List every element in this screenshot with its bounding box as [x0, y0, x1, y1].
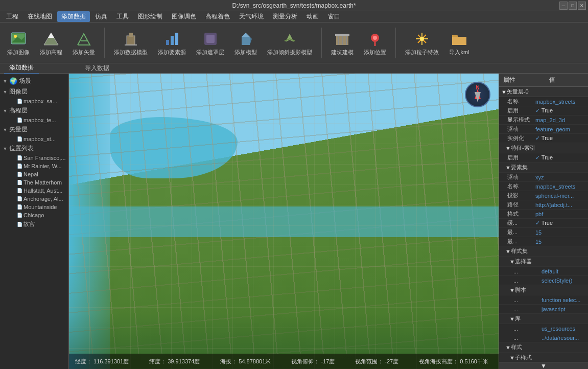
sub-section-label: 特征-索引 [511, 144, 535, 152]
tool-4[interactable]: 添加要素源 [155, 28, 189, 58]
prop-row-3: 驱动feature_geom [499, 125, 588, 134]
svg-point-24 [373, 36, 377, 40]
tree-section-2[interactable]: ▼矢量层 [0, 124, 68, 135]
prop-value: default [542, 268, 586, 274]
sub-prop-row-1-6: 最...15 [499, 228, 588, 237]
menu-item-窗口[interactable]: 窗口 [324, 11, 344, 22]
prop-value: pbf [535, 211, 586, 217]
menu-item-动画[interactable]: 动画 [302, 11, 323, 22]
menu-item-工具[interactable]: 工具 [112, 11, 133, 22]
tree-item-2-0[interactable]: 📄mapbox_st... [0, 135, 68, 143]
sub-section-label: 要素集 [511, 164, 528, 171]
menu-item-图像调色[interactable]: 图像调色 [168, 11, 200, 22]
3d-viewport[interactable]: N 经度： 116.391301度 纬度： 39.913374度 海拔： 54.… [69, 74, 499, 369]
prop-main-section[interactable]: ▼ 矢量层-0 [499, 87, 588, 97]
prop-subsubsection-header-2-1[interactable]: ▼ 脚本 [499, 285, 588, 295]
svg-marker-17 [250, 37, 252, 45]
menu-item-在线地图[interactable]: 在线地图 [23, 11, 56, 22]
tree-item-3-5[interactable]: 📄Anchorage, Al... [0, 195, 68, 203]
tree-item-3-7[interactable]: 📄Chicago [0, 211, 68, 219]
tree-item-label: Anchorage, Al... [23, 196, 63, 202]
tree-section-3[interactable]: ▼位置列表 [0, 143, 68, 154]
sub-prop-row-1-1: 名称mapbox_streets [499, 182, 588, 191]
tool-8[interactable]: 建坑建模 [328, 28, 357, 58]
prop-subsection-header-1[interactable]: ▼ 要素集 [499, 163, 588, 173]
prop-subsection-header-3[interactable]: ▼ 样式 [499, 342, 588, 353]
menu-item-天气环境[interactable]: 天气环境 [235, 11, 268, 22]
tool-2[interactable]: 添加矢量 [69, 28, 98, 58]
subsub-expand-icon: ▼ [509, 316, 515, 322]
sub-prop-row-1-0: 驱动xyz [499, 173, 588, 182]
prop-subsubsection-header-3-0[interactable]: ▼ 子样式 [499, 353, 588, 362]
tree-expand-icon: ▼ [2, 146, 8, 152]
tool-7[interactable]: 添加倾斜摄影模型 [264, 28, 315, 58]
svg-rect-15 [242, 37, 250, 45]
tree-item-3-4[interactable]: 📄Hallstatt, Aust... [0, 187, 68, 195]
scene-tree-panel: ▼ 🌍 场景 ▼图像层📄mapbox_sa...▼高程层📄mapbox_te..… [0, 74, 69, 369]
prop-value: us_resources [542, 326, 586, 332]
tree-section-label: 高程层 [9, 106, 28, 115]
compass[interactable]: N [465, 82, 490, 107]
prop-value: ../data/resour... [542, 335, 586, 341]
subsub-section-label: 脚本 [515, 286, 526, 294]
tool-0[interactable]: 添加图像 [4, 28, 33, 58]
subsub-section-label: 选择器 [515, 258, 532, 265]
file-icon: 📄 [16, 136, 22, 142]
scroll-down-button[interactable]: ▼ [499, 362, 588, 369]
subsub-expand-icon: ▼ [509, 259, 515, 265]
tree-item-3-8[interactable]: 📄故宫 [0, 219, 68, 229]
prop-row-2: 显示模式map_2d_3d [499, 116, 588, 125]
menu-item-添加数据[interactable]: 添加数据 [57, 11, 90, 22]
tool-11[interactable]: 导入kml [446, 28, 473, 58]
menu-item-图形绘制[interactable]: 图形绘制 [134, 11, 167, 22]
tree-section-0[interactable]: ▼图像层 [0, 86, 68, 97]
subsub-expand-icon: ▼ [509, 287, 515, 293]
tool-1[interactable]: 添加高程 [37, 28, 65, 58]
subsub-expand-icon: ▼ [509, 355, 515, 361]
scene-root[interactable]: ▼ 🌍 场景 [0, 76, 68, 86]
tool-label-9: 添加位置 [364, 49, 386, 56]
prop-section-label: 矢量层-0 [507, 88, 529, 96]
minimize-button[interactable]: ─ [559, 2, 568, 10]
tree-item-3-1[interactable]: 📄Mt Rainier, W... [0, 162, 68, 170]
svg-rect-7 [127, 36, 135, 45]
prop-name: ... [513, 335, 542, 341]
subsub-prop-row-2-2-0: ...us_resources [499, 324, 588, 333]
prop-name: 最... [507, 238, 535, 245]
tree-item-label: Hallstatt, Aust... [23, 188, 62, 194]
tool-9[interactable]: 添加位置 [361, 28, 389, 58]
prop-subsubsection-header-2-0[interactable]: ▼ 选择器 [499, 257, 588, 267]
tree-section-1[interactable]: ▼高程层 [0, 105, 68, 116]
prop-value: True [535, 220, 586, 226]
scene-icon: 🌍 [9, 77, 17, 85]
svg-rect-11 [171, 36, 174, 45]
menu-item-工程[interactable]: 工程 [2, 11, 22, 22]
svg-rect-8 [129, 33, 133, 37]
close-button[interactable]: ✕ [578, 2, 586, 10]
prop-subsubsection-header-2-2[interactable]: ▼ 库 [499, 314, 588, 324]
tree-item-3-3[interactable]: 📄The Matterhorn [0, 178, 68, 187]
tree-item-3-0[interactable]: 📄San Francisco,... [0, 154, 68, 162]
prop-subsection-header-0[interactable]: ▼ 特征-索引 [499, 143, 588, 153]
prop-name: 启用 [507, 107, 535, 114]
prop-value: http://[abcdj.t... [535, 202, 586, 208]
tree-item-3-6[interactable]: 📄Mountainside [0, 203, 68, 211]
tab-import-data[interactable]: 导入数据 [80, 63, 114, 74]
maximize-button[interactable]: □ [569, 2, 577, 10]
tool-10[interactable]: 添加粒子特效 [402, 28, 442, 58]
tree-item-1-0[interactable]: 📄mapbox_te... [0, 116, 68, 124]
prop-subsection-header-2[interactable]: ▼ 样式集 [499, 246, 588, 257]
tool-5[interactable]: 添加遮罩层 [193, 28, 227, 58]
menu-item-测量分析[interactable]: 测量分析 [269, 11, 301, 22]
tool-3[interactable]: 添加数据模型 [111, 28, 151, 58]
tab-add-data[interactable]: 添加数据 [4, 62, 39, 74]
tree-item-label: mapbox_sa... [23, 98, 57, 104]
menu-item-高程着色[interactable]: 高程着色 [201, 11, 234, 22]
prop-name: ... [513, 326, 542, 332]
tree-item-label: The Matterhorn [23, 179, 62, 186]
menu-item-仿真[interactable]: 仿真 [91, 11, 111, 22]
sub-prop-row-1-4: 格式pbf [499, 210, 588, 219]
tree-item-3-2[interactable]: 📄Nepal [0, 170, 68, 178]
tree-item-0-0[interactable]: 📄mapbox_sa... [0, 97, 68, 105]
tool-6[interactable]: 添加模型 [231, 28, 260, 58]
